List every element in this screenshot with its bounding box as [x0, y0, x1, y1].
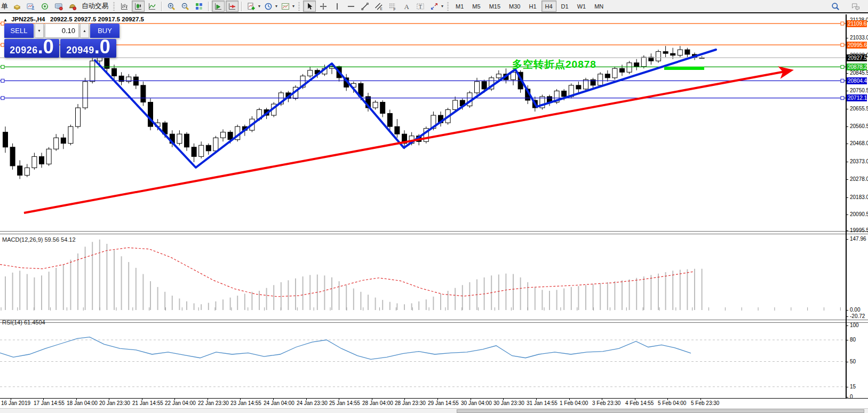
rsi-pane-canvas[interactable] [0, 322, 846, 398]
buy-price-display[interactable]: 20949 .0 [60, 39, 116, 58]
timeframe-button-d1[interactable]: D1 [558, 1, 572, 12]
autoscroll-icon [214, 2, 222, 11]
tile-windows-icon [195, 2, 203, 11]
arrows-icon [430, 2, 439, 11]
new-order-label[interactable]: 单 [1, 2, 8, 11]
dropdown-arrow-icon[interactable]: ▾ [275, 4, 277, 9]
rsi-scale-label: 80 [850, 337, 856, 343]
price-badge: 21109.6 [847, 20, 867, 27]
axis-tick [846, 340, 848, 340]
profiles-button[interactable] [262, 1, 275, 12]
axis-tick [846, 144, 848, 144]
pane-separator[interactable] [0, 320, 868, 323]
price-tick-label: 20278.0 [850, 176, 868, 182]
search-button[interactable] [829, 1, 842, 12]
line-handle [841, 97, 844, 100]
price-axis[interactable]: 21128.021033.020938.020845.520750.520655… [846, 0, 868, 408]
timeframe-button-m15[interactable]: M15 [485, 1, 504, 12]
candle-body [685, 50, 690, 54]
candle-body [475, 82, 480, 93]
zoom-in-button[interactable] [165, 1, 178, 12]
new-chart-icon [247, 2, 256, 11]
candle-body [148, 102, 153, 126]
sell-button[interactable]: SELL [4, 23, 34, 38]
candle-body [228, 132, 233, 140]
timeframe-button-m1[interactable]: M1 [452, 1, 467, 12]
timeframe-button-mn[interactable]: MN [591, 1, 607, 12]
navigator-button[interactable] [38, 1, 51, 12]
sell-price-display[interactable]: 20926 .0 [4, 39, 59, 58]
toolbar-separator [208, 2, 209, 11]
price-tick-label: 20655.5 [850, 106, 868, 112]
timeframe-button-m5[interactable]: M5 [468, 1, 484, 12]
market-watch-button[interactable] [25, 1, 37, 12]
vertical-line-button[interactable] [331, 1, 344, 12]
main-chart-canvas[interactable] [0, 14, 846, 231]
new-chart-button[interactable] [245, 1, 258, 12]
time-axis-label: 30 Jan 23:30 [493, 400, 524, 406]
volume-increase-button[interactable]: ▲ [80, 23, 89, 38]
bar-chart-button[interactable] [118, 1, 131, 12]
axis-tick [846, 38, 848, 38]
line-chart-icon [148, 2, 156, 11]
turning-point-annotation[interactable]: 多空转折点20878 [512, 58, 596, 72]
price-tick-label: 21033.0 [850, 35, 868, 41]
candle-body [192, 147, 196, 157]
axis-tick [846, 73, 848, 74]
candle-body [177, 134, 182, 144]
line-handle [841, 65, 844, 68]
arrows-button[interactable] [428, 1, 441, 12]
candle-body [199, 145, 204, 156]
axis-tick [846, 362, 848, 362]
autotrading-label[interactable]: 自动交易 [79, 2, 110, 11]
trendline-button[interactable] [359, 1, 371, 12]
channel-button[interactable]: E [372, 1, 385, 12]
horizontal-line-button[interactable] [345, 1, 357, 12]
pane-separator[interactable] [0, 231, 868, 234]
price-tick-label: 20560.5 [850, 123, 868, 129]
crosshair-button[interactable] [317, 1, 330, 12]
scrollbar-thumb[interactable] [457, 409, 864, 413]
dropdown-arrow-icon[interactable]: ▾ [441, 4, 443, 9]
collapse-triangle-icon[interactable]: ▲ [3, 18, 7, 22]
toolbar: 单自动交易▾▾▾EFAT▾M1M5M15M30H1H4D1W1MN [0, 0, 868, 13]
candle-body [663, 52, 668, 54]
text-button[interactable]: A [400, 1, 413, 12]
candlestick-button[interactable] [132, 1, 145, 12]
templates-button[interactable] [279, 1, 292, 12]
timeframe-button-h4[interactable]: H4 [541, 1, 556, 12]
dropdown-arrow-icon[interactable]: ▾ [258, 4, 260, 9]
label-button[interactable]: T [414, 1, 427, 12]
time-axis[interactable]: 16 Jan 201917 Jan 14:5518 Jan 04:0020 Ja… [0, 399, 868, 408]
fibonacci-icon: F [388, 2, 397, 11]
autoscroll-button[interactable] [212, 1, 225, 12]
line-handle [1, 79, 4, 82]
label-icon: T [416, 2, 425, 11]
cursor-button[interactable] [303, 1, 316, 12]
axis-tick [846, 239, 848, 240]
dropdown-arrow-icon[interactable]: ▾ [292, 4, 294, 9]
gold-book-button[interactable] [11, 1, 23, 12]
price-tick-label: 20845.5 [850, 70, 868, 76]
timeframe-button-h1[interactable]: H1 [525, 1, 540, 12]
zoom-out-button[interactable] [179, 1, 192, 12]
candle-body [576, 85, 581, 89]
time-axis-label: 21 Jan 14:55 [132, 400, 163, 406]
timeframe-button-m30[interactable]: M30 [505, 1, 524, 12]
price-tick-label: 20750.5 [850, 88, 868, 93]
candle-body [612, 68, 617, 78]
chart-shift-button[interactable] [226, 1, 238, 12]
macd-pane-canvas[interactable] [0, 234, 846, 320]
svg-text:E: E [380, 7, 383, 11]
fibonacci-button[interactable]: F [386, 1, 399, 12]
tile-windows-button[interactable] [193, 1, 205, 12]
zoom-in-icon [167, 2, 176, 11]
candle-body [61, 138, 66, 144]
timeframe-button-w1[interactable]: W1 [574, 1, 590, 12]
autotrading-button[interactable] [66, 1, 79, 12]
macd-scale-label: 147.96 [850, 236, 866, 242]
line-chart-button[interactable] [146, 1, 158, 12]
time-axis-label: 22 Jan 23:30 [198, 400, 229, 406]
terminal-button[interactable] [52, 1, 65, 12]
horizontal-scrollbar[interactable] [0, 408, 868, 413]
